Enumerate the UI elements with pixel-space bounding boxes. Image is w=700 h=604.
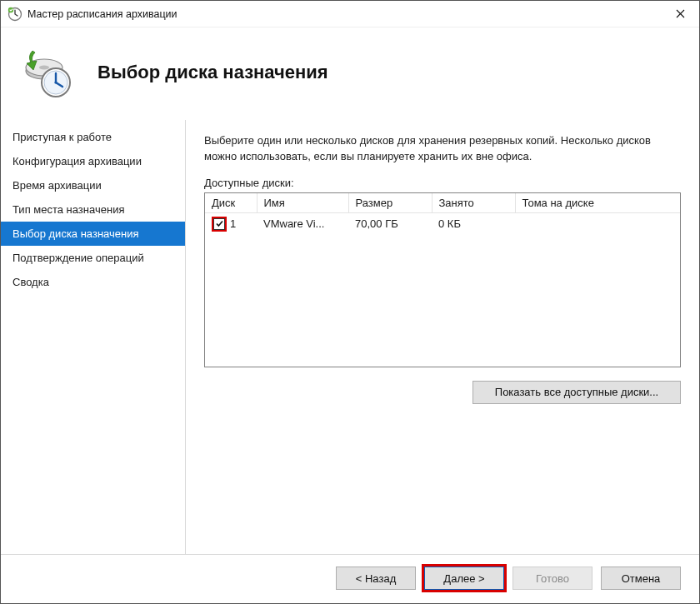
- svg-point-4: [39, 65, 49, 69]
- cancel-button[interactable]: Отмена: [601, 567, 681, 590]
- cell-name: VMware Vi...: [257, 212, 348, 235]
- finish-button: Готово: [512, 567, 592, 590]
- back-button[interactable]: < Назад: [336, 567, 416, 590]
- next-button[interactable]: Далее >: [424, 567, 504, 590]
- cell-used: 0 КБ: [432, 212, 515, 235]
- show-all-disks-button[interactable]: Показать все доступные диски...: [472, 381, 681, 404]
- step-backup-config[interactable]: Конфигурация архивации: [1, 149, 185, 173]
- col-header-size[interactable]: Размер: [348, 193, 432, 213]
- available-disks-list[interactable]: Диск Имя Размер Занято Тома на диске: [204, 192, 681, 367]
- page-title: Выбор диска назначения: [98, 62, 328, 83]
- close-button[interactable]: [661, 1, 699, 27]
- footer-buttons: < Назад Далее > Готово Отмена: [1, 554, 699, 603]
- available-disks-label: Доступные диски:: [204, 177, 681, 189]
- content-pane: Выберите один или несколько дисков для х…: [186, 120, 699, 554]
- svg-point-7: [54, 81, 57, 83]
- cell-size: 70,00 ГБ: [348, 212, 432, 235]
- app-icon: [8, 7, 22, 22]
- body: Приступая к работе Конфигурация архиваци…: [1, 119, 699, 554]
- wizard-window: Мастер расписания архивации Выбор диска …: [0, 0, 700, 604]
- wizard-steps-sidebar: Приступая к работе Конфигурация архиваци…: [1, 120, 186, 554]
- close-icon: [676, 9, 685, 18]
- instruction-text: Выберите один или несколько дисков для х…: [204, 133, 681, 165]
- step-destination-disk[interactable]: Выбор диска назначения: [1, 222, 185, 246]
- backup-schedule-icon: [21, 46, 74, 99]
- cell-disk: 1: [230, 217, 236, 230]
- disk-checkbox[interactable]: [213, 218, 225, 230]
- col-header-disk[interactable]: Диск: [205, 193, 257, 213]
- highlight-box: [212, 217, 227, 232]
- header-banner: Выбор диска назначения: [1, 27, 699, 119]
- cell-volumes: [515, 212, 680, 235]
- step-destination-type[interactable]: Тип места назначения: [1, 197, 185, 222]
- step-summary[interactable]: Сводка: [1, 270, 185, 294]
- table-row[interactable]: 1 VMware Vi... 70,00 ГБ 0 КБ: [205, 212, 680, 235]
- step-backup-time[interactable]: Время архивации: [1, 173, 185, 197]
- col-header-volumes[interactable]: Тома на диске: [515, 193, 680, 213]
- step-confirmation[interactable]: Подтверждение операций: [1, 246, 185, 270]
- col-header-name[interactable]: Имя: [257, 193, 348, 213]
- svg-point-1: [8, 7, 13, 12]
- window-title: Мастер расписания архивации: [28, 8, 661, 20]
- titlebar: Мастер расписания архивации: [1, 1, 699, 27]
- checkmark-icon: [215, 219, 224, 228]
- step-getting-started[interactable]: Приступая к работе: [1, 125, 185, 149]
- table-header-row: Диск Имя Размер Занято Тома на диске: [205, 193, 680, 213]
- col-header-used[interactable]: Занято: [432, 193, 515, 213]
